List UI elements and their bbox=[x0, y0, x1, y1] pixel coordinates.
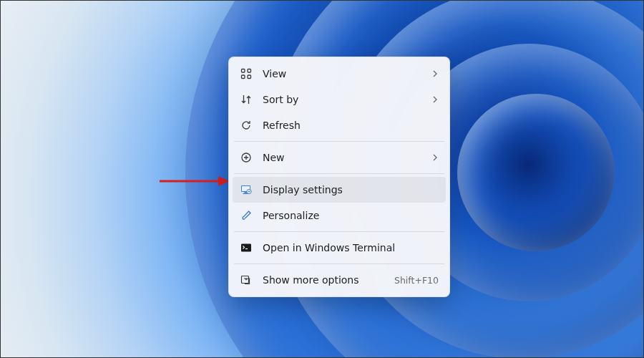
menu-item-show-more-options[interactable]: Show more options Shift+F10 bbox=[233, 267, 446, 293]
menu-item-label: View bbox=[263, 68, 431, 79]
svg-rect-4 bbox=[242, 75, 245, 79]
sort-icon bbox=[240, 93, 253, 106]
svg-rect-5 bbox=[248, 75, 251, 79]
show-more-options-icon bbox=[240, 274, 253, 286]
menu-separator bbox=[234, 231, 444, 232]
desktop-context-menu: View Sort by Refresh New bbox=[228, 57, 450, 297]
menu-item-label: Display settings bbox=[263, 184, 439, 195]
menu-item-label: Sort by bbox=[263, 94, 431, 105]
refresh-icon bbox=[240, 119, 253, 132]
terminal-icon bbox=[240, 241, 253, 254]
menu-item-personalize[interactable]: Personalize bbox=[233, 203, 446, 228]
menu-item-label: Open in Windows Terminal bbox=[263, 242, 439, 253]
menu-item-shortcut: Shift+F10 bbox=[394, 275, 439, 286]
svg-point-12 bbox=[248, 190, 250, 192]
menu-item-refresh[interactable]: Refresh bbox=[233, 112, 446, 138]
menu-separator bbox=[234, 141, 444, 142]
svg-rect-2 bbox=[242, 69, 245, 73]
menu-item-view[interactable]: View bbox=[233, 61, 446, 87]
menu-separator bbox=[234, 173, 444, 174]
menu-item-label: Refresh bbox=[263, 120, 439, 131]
display-settings-icon bbox=[240, 183, 253, 196]
menu-item-new[interactable]: New bbox=[233, 145, 446, 170]
menu-item-label: Show more options bbox=[263, 274, 394, 286]
chevron-right-icon bbox=[431, 94, 439, 105]
chevron-right-icon bbox=[431, 68, 439, 79]
view-grid-icon bbox=[240, 67, 253, 80]
menu-item-label: New bbox=[263, 152, 431, 163]
menu-item-sort-by[interactable]: Sort by bbox=[233, 87, 446, 112]
menu-item-display-settings[interactable]: Display settings bbox=[233, 177, 446, 203]
menu-item-open-terminal[interactable]: Open in Windows Terminal bbox=[233, 235, 446, 261]
new-plus-icon bbox=[240, 151, 253, 164]
svg-rect-3 bbox=[248, 69, 251, 73]
wallpaper-swirl bbox=[457, 94, 615, 251]
svg-rect-13 bbox=[241, 244, 251, 252]
personalize-brush-icon bbox=[240, 209, 253, 222]
menu-separator bbox=[234, 263, 444, 264]
menu-item-label: Personalize bbox=[263, 210, 439, 221]
chevron-right-icon bbox=[431, 152, 439, 163]
